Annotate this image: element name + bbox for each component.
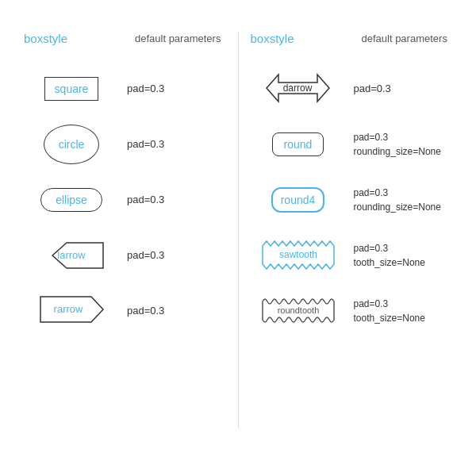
shape-sawtooth: sawtooth [251,236,346,274]
circle-box: circle [44,125,99,164]
svg-text:roundtooth: roundtooth [277,305,319,315]
params-ellipse: pad=0.3 [127,192,164,208]
row-sawtooth: sawtooth pad=0.3 tooth_size=None [243,228,461,283]
params-roundtooth: pad=0.3 tooth_size=None [354,297,425,325]
page: boxstyle default parameters square pad=0… [0,0,476,476]
shape-square: square [24,77,119,101]
row-round4: round4 pad=0.3 rounding_size=None [243,172,461,228]
params-larrow: pad=0.3 [127,248,164,263]
params-circle: pad=0.3 [127,136,164,152]
params-round: pad=0.3 rounding_size=None [354,130,441,159]
right-header: boxstyle default parameters [243,32,461,45]
shape-round: round [251,132,346,156]
params-round4: pad=0.3 rounding_size=None [354,186,441,214]
roundtooth-box: roundtooth [259,292,338,330]
row-larrow: larrow pad=0.3 [16,228,234,283]
row-darrow: darrow pad=0.3 [243,61,461,117]
svg-text:larrow: larrow [57,249,86,261]
larrow-box: larrow [38,238,106,274]
shape-ellipse: ellipse [24,188,119,212]
left-header-boxstyle: boxstyle [24,32,87,45]
params-darrow: pad=0.3 [354,81,391,97]
svg-text:rarrow: rarrow [53,303,83,315]
square-box: square [44,77,99,101]
svg-text:sawtooth: sawtooth [278,249,317,260]
row-roundtooth: roundtooth pad=0.3 tooth_size=None [243,283,461,339]
row-square: square pad=0.3 [16,61,234,117]
row-ellipse: ellipse pad=0.3 [16,172,234,228]
shape-circle: circle [24,125,119,164]
shape-roundtooth: roundtooth [251,292,346,330]
ellipse-box: ellipse [40,188,102,212]
right-column: boxstyle default parameters darrow pad=0… [243,32,461,428]
shape-round4: round4 [251,187,346,213]
column-divider [238,32,239,428]
shape-darrow: darrow [251,68,346,110]
round-box: round [272,132,324,156]
row-circle: circle pad=0.3 [16,117,234,172]
params-square: pad=0.3 [127,81,164,97]
columns: boxstyle default parameters square pad=0… [16,32,460,428]
left-header-params: default parameters [135,33,221,44]
sawtooth-box: sawtooth [259,236,338,274]
params-rarrow: pad=0.3 [127,303,164,319]
left-column: boxstyle default parameters square pad=0… [16,32,234,428]
params-sawtooth: pad=0.3 tooth_size=None [354,241,425,270]
svg-text:darrow: darrow [283,83,313,94]
shape-rarrow: rarrow [24,292,119,330]
right-header-boxstyle: boxstyle [251,32,314,45]
rarrow-box: rarrow [38,292,106,330]
darrow-box: darrow [264,68,332,110]
row-rarrow: rarrow pad=0.3 [16,283,234,339]
shape-larrow: larrow [24,238,119,274]
right-header-params: default parameters [362,33,447,44]
left-header: boxstyle default parameters [16,32,234,45]
round4-box: round4 [271,187,325,213]
row-round: round pad=0.3 rounding_size=None [243,117,461,172]
